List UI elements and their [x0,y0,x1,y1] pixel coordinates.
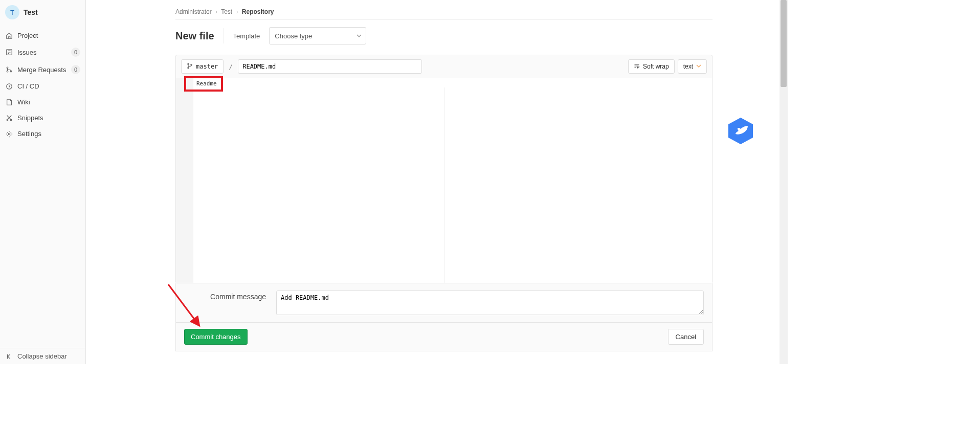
svg-point-8 [188,63,189,64]
chevron-right-icon: › [215,8,217,15]
sidebar-item-label: Settings [17,130,80,138]
commit-changes-button[interactable]: Commit changes [184,329,248,345]
softwrap-toggle[interactable]: Soft wrap [628,59,675,74]
merge-icon [5,66,13,73]
sidebar-item-label: Wiki [17,98,80,106]
breadcrumb-administrator[interactable]: Administrator [175,8,212,15]
title-row: New file Template Choose type [175,27,712,44]
project-name: Test [24,8,38,16]
svg-point-7 [8,133,10,135]
editor-card: master / Soft wrap text [175,55,712,283]
sidebar-item-snippets[interactable]: Snippets [0,110,85,126]
syntax-mode-label: text [683,63,693,70]
template-select[interactable]: Choose type [269,27,366,44]
sidebar: T Test Project Issues 0 Merge [0,0,86,364]
softwrap-label: Soft wrap [643,63,669,70]
sidebar-badge: 0 [71,48,80,57]
editor-gutter [176,78,193,283]
sidebar-footer-label: Collapse sidebar [17,352,67,360]
sidebar-project-header[interactable]: T Test [0,0,85,25]
divider [175,19,712,20]
page-root: T Test Project Issues 0 Merge [0,0,788,364]
helper-badge[interactable] [726,117,755,145]
sidebar-nav: Project Issues 0 Merge Requests 0 [0,25,85,142]
breadcrumb-repository[interactable]: Repository [242,8,274,15]
settings-icon [5,130,13,138]
divider [224,28,224,43]
svg-point-2 [7,71,8,72]
page-title: New file [175,30,214,42]
main-content: Administrator › Test › Repository New fi… [86,0,788,364]
svg-point-9 [188,67,189,68]
project-avatar: T [5,5,19,19]
chevron-right-icon: › [236,8,238,15]
sidebar-item-label: Issues [17,49,67,56]
sidebar-item-merge-requests[interactable]: Merge Requests 0 [0,61,85,78]
sidebar-item-label: Merge Requests [17,66,67,74]
breadcrumb-test[interactable]: Test [221,8,232,15]
editor-line-1: Readme [196,80,217,87]
sidebar-item-wiki[interactable]: Wiki [0,94,85,110]
actions-row: Commit changes Cancel [175,323,712,351]
sidebar-item-settings[interactable]: Settings [0,126,85,142]
template-select-value: Choose type [275,32,312,40]
sidebar-item-label: Snippets [17,114,80,122]
sidebar-item-label: Project [17,32,80,39]
commit-message-row: Commit message [175,283,712,323]
sidebar-item-cicd[interactable]: CI / CD [0,78,85,94]
branch-name: master [196,63,218,70]
cicd-icon [5,83,13,90]
collapse-icon [5,353,13,360]
sidebar-item-project[interactable]: Project [0,28,85,43]
breadcrumb: Administrator › Test › Repository [175,8,712,15]
wiki-icon [5,99,13,106]
template-label: Template [233,32,260,40]
code-editor[interactable]: Readme [176,78,712,283]
commit-message-label: Commit message [199,291,266,315]
editor-text-area[interactable]: Readme [193,78,712,283]
path-separator: / [229,63,233,71]
commit-message-input[interactable] [276,291,704,315]
cancel-button[interactable]: Cancel [668,329,704,345]
chevron-down-icon [357,32,362,40]
svg-point-1 [7,67,8,69]
branch-icon [187,63,193,71]
svg-point-10 [191,64,192,65]
vertical-scrollbar[interactable] [779,0,788,364]
softwrap-icon [634,63,640,71]
scrollbar-thumb[interactable] [781,0,787,87]
syntax-mode-select[interactable]: text [678,59,707,74]
sidebar-item-label: CI / CD [17,82,80,90]
snippets-icon [5,115,13,122]
sidebar-badge: 0 [71,65,80,74]
editor-header: master / Soft wrap text [176,55,712,78]
branch-selector[interactable]: master [181,59,224,74]
issues-icon [5,49,13,56]
chevron-down-icon [696,63,701,70]
filename-input[interactable] [238,59,422,74]
svg-point-3 [10,71,12,72]
sidebar-item-issues[interactable]: Issues 0 [0,43,85,61]
sidebar-collapse[interactable]: Collapse sidebar [0,348,85,364]
editor-vertical-ruler [444,87,444,283]
home-icon [5,32,13,39]
